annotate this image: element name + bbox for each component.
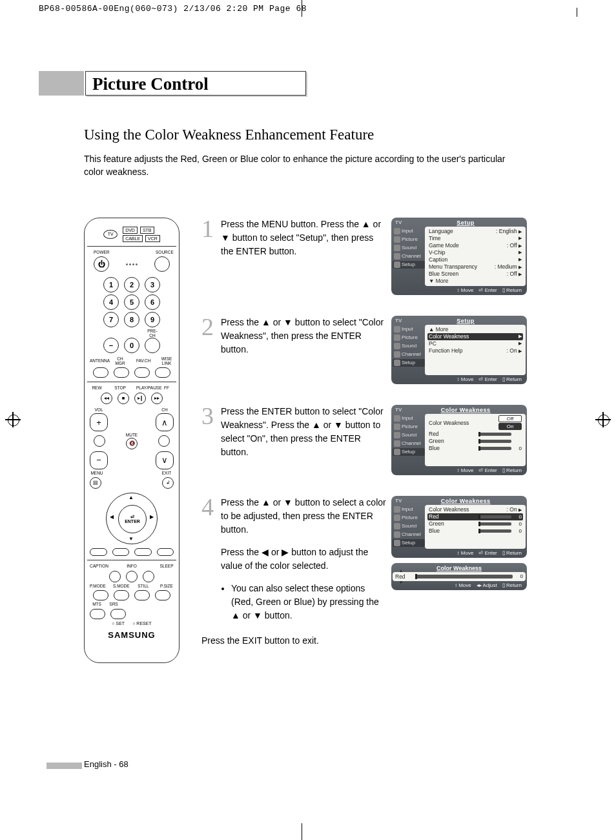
remote-row-label: WISE LINK bbox=[159, 357, 174, 365]
num-button: 6 bbox=[145, 294, 160, 310]
step-subtext: Press the ◀ or ▶ button to adjust the va… bbox=[221, 546, 386, 573]
move-hint: ↕ Move bbox=[457, 287, 474, 293]
adjust-color-label: Red bbox=[395, 573, 413, 580]
crop-mark bbox=[577, 8, 577, 17]
registration-mark-icon bbox=[5, 412, 21, 427]
left-arrow-icon: ◀ bbox=[110, 515, 114, 520]
mute-icon: 🔇 bbox=[126, 438, 138, 449]
step-number: 1 bbox=[201, 220, 221, 238]
step-text: Press the ▲ or ▼ button to select a colo… bbox=[221, 496, 391, 648]
remote-power-label: POWER bbox=[94, 251, 108, 255]
osd-screenshot: TVSetup Input Picture Sound Channel Setu… bbox=[391, 316, 527, 384]
remote-row-label: FAV.CH bbox=[136, 359, 150, 364]
step-text: Press the MENU button. Press the ▲ or ▼ … bbox=[221, 218, 391, 258]
down-arrow-icon: ▼ bbox=[128, 537, 134, 542]
transport-label: PLAY/PAUSE bbox=[136, 386, 150, 391]
osd-title: Setup bbox=[408, 220, 523, 226]
num-button: 1 bbox=[103, 277, 119, 292]
step-exit-text: Press the EXIT button to exit. bbox=[201, 634, 386, 648]
remote-source-label: SOURCE bbox=[156, 251, 170, 255]
enter-hint: ⏎ Enter bbox=[478, 287, 497, 293]
srs-label: SRS bbox=[107, 602, 121, 607]
remote-row-label: CH MGR bbox=[113, 357, 127, 365]
slider bbox=[479, 440, 511, 443]
osd-sidebar: Input Picture Sound Channel Setup bbox=[393, 227, 425, 286]
on-option: On bbox=[498, 423, 522, 430]
off-option: Off bbox=[498, 415, 522, 422]
steps-column: 1 Press the MENU button. Press the ▲ or … bbox=[201, 218, 527, 666]
channel-icon bbox=[394, 253, 400, 260]
num-button: 8 bbox=[124, 312, 139, 327]
enter-button: ⏎ENTER bbox=[118, 505, 147, 533]
remote-button bbox=[155, 590, 170, 600]
sound-icon bbox=[394, 245, 400, 251]
page-footer: English - 68 bbox=[84, 759, 128, 769]
reset-label: ○ RESET bbox=[132, 621, 152, 626]
stop-icon: ■ bbox=[118, 393, 129, 404]
ch-down-icon: ∨ bbox=[156, 451, 174, 469]
sleep-label: SLEEP bbox=[159, 564, 174, 569]
remote-column: TV DVD STB CABLE VCR bbox=[84, 218, 187, 666]
remote-button bbox=[114, 590, 129, 600]
slider bbox=[479, 515, 511, 518]
num-button: 3 bbox=[145, 277, 160, 292]
transport-label: STOP bbox=[113, 386, 127, 391]
remote-source-button bbox=[154, 256, 170, 272]
psize-label: P.SIZE bbox=[159, 584, 174, 589]
step-number: 4 bbox=[201, 498, 221, 516]
transport-label: FF bbox=[159, 386, 174, 391]
slider bbox=[479, 522, 511, 526]
picture-icon bbox=[394, 236, 400, 243]
registration-mark-icon bbox=[595, 412, 611, 427]
remote-button bbox=[90, 548, 107, 556]
play-pause-icon: ▸‖ bbox=[134, 393, 146, 404]
step-1: 1 Press the MENU button. Press the ▲ or … bbox=[201, 218, 527, 298]
remote-mode-label: STB bbox=[140, 227, 154, 234]
chapter-title: Picture Control bbox=[85, 71, 306, 96]
input-icon bbox=[394, 228, 400, 234]
num-button: 2 bbox=[124, 277, 139, 292]
remote-indicator-dots bbox=[126, 263, 138, 265]
crop-mark bbox=[302, 0, 302, 17]
section-intro: This feature adjusts the Red, Green or B… bbox=[84, 152, 527, 179]
rewind-icon: ◂◂ bbox=[101, 393, 112, 404]
num-button: 0 bbox=[124, 338, 139, 353]
crop-mark bbox=[302, 823, 302, 840]
remote-row-label: ANTENNA bbox=[90, 359, 104, 364]
step-4: 4 Press the ▲ or ▼ button to select a co… bbox=[201, 496, 527, 648]
step-2: 2 Press the ▲ or ▼ button to select "Col… bbox=[201, 316, 527, 387]
remote-button bbox=[158, 435, 170, 447]
chapter-title-bar: Picture Control bbox=[84, 71, 527, 96]
remote-button bbox=[134, 367, 150, 378]
osd-menu: Language: English ▶ Time▶ Game Mode: Off… bbox=[425, 227, 526, 286]
step-3: 3 Press the ENTER button to select "Colo… bbox=[201, 405, 527, 478]
still-label: STILL bbox=[136, 584, 150, 589]
osd-screenshot: TVSetup Input Picture Sound Channel Setu… bbox=[391, 218, 527, 295]
exit-icon: ↲ bbox=[162, 477, 174, 489]
caption-label: CAPTION bbox=[90, 564, 104, 569]
remote-mode-label: CABLE bbox=[123, 235, 143, 242]
adjust-value: 0 bbox=[515, 573, 523, 579]
osd-title: Color Weakness bbox=[393, 564, 526, 572]
right-arrow-icon: ▶ bbox=[150, 515, 154, 520]
vol-up-icon: + bbox=[90, 413, 108, 431]
print-header: BP68-00586A-00Eng(060~073) 2/13/06 2:20 … bbox=[39, 4, 307, 14]
remote-mode-label: VCR bbox=[145, 235, 160, 242]
remote-button bbox=[143, 571, 154, 582]
remote-button bbox=[157, 548, 174, 556]
mute-label: MUTE bbox=[125, 433, 139, 438]
nav-ring: ▲ ▼ ◀ ▶ ⏎ENTER bbox=[106, 493, 158, 544]
remote-button bbox=[126, 571, 138, 582]
vol-down-icon: − bbox=[90, 451, 108, 469]
osd-title: Color Weakness bbox=[408, 498, 523, 504]
remote-button bbox=[110, 609, 126, 619]
remote-prech-button bbox=[145, 338, 160, 353]
osd-title: Setup bbox=[408, 318, 523, 324]
set-label: ○ SET bbox=[112, 621, 125, 626]
osd-screenshot: TVColor Weakness Input Picture Sound Cha… bbox=[391, 405, 527, 475]
num-button: 4 bbox=[103, 294, 119, 310]
section-title: Using the Color Weakness Enhancement Fea… bbox=[84, 127, 527, 143]
manual-page: BP68-00586A-00Eng(060~073) 2/13/06 2:20 … bbox=[0, 0, 616, 840]
num-button: 5 bbox=[124, 294, 139, 310]
osd-title: Color Weakness bbox=[408, 407, 523, 413]
